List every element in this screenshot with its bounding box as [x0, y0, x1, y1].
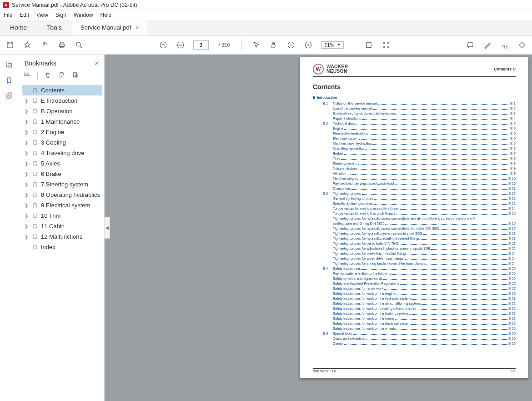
menu-view[interactable]: View: [36, 12, 48, 18]
toc-row: Tightening torques for hydraulic screw c…: [313, 226, 516, 231]
bookmark-label: 11 Cabin: [41, 223, 65, 230]
search-icon[interactable]: [75, 40, 84, 50]
bookmark-item[interactable]: ❯12 Malfunctions: [22, 231, 102, 242]
bookmarks-icon[interactable]: [5, 76, 13, 85]
bookmark-label: 3 Cooling: [41, 139, 66, 146]
bookmark-ribbon-icon: [32, 234, 38, 240]
bookmark-ribbon-icon: [32, 181, 38, 188]
window-titlebar: A Service Manual.pdf - Adobe Acrobat Pro…: [0, 0, 532, 10]
tab-tools[interactable]: Tools: [37, 20, 72, 35]
attachments-icon[interactable]: [5, 92, 13, 100]
menu-window[interactable]: Window: [74, 12, 93, 18]
page-total: / 350: [219, 42, 230, 48]
toc-row: DimensionsE-11: [313, 186, 516, 191]
app-icon: A: [3, 2, 9, 8]
toc-row: E.3Tightening torquesE-13: [313, 191, 516, 196]
bookmark-label: 2 Engine: [41, 129, 64, 135]
bookmark-item[interactable]: ❯3 Cooling: [22, 137, 102, 148]
bookmark-ribbon-icon: [32, 171, 38, 177]
toc-row: Torque values for metric coarse-pitch th…: [313, 206, 516, 211]
zoom-dropdown[interactable]: 71%▼: [321, 41, 344, 49]
tab-home[interactable]: Home: [0, 20, 37, 35]
close-tab-icon[interactable]: ×: [136, 25, 139, 31]
bookmark-item[interactable]: ❯4 Traveling drive: [22, 148, 102, 158]
bookmark-item[interactable]: ❯8 Operating hydraulics: [22, 190, 102, 200]
toc-row: Safety instructions for repair workE-27: [313, 286, 516, 291]
toc-row: Machine weightE-10: [313, 176, 516, 181]
zoom-out-icon[interactable]: [286, 40, 296, 50]
svg-point-6: [177, 42, 184, 48]
chevron-down-icon: ▼: [337, 43, 341, 47]
pointer-icon[interactable]: [252, 40, 261, 50]
bookmark-item[interactable]: ❯E Introduction: [22, 95, 102, 106]
tab-bar: Home Tools Service Manual.pdf ×: [0, 20, 532, 35]
bookmark-label: Contents: [41, 87, 65, 94]
bookmark-item[interactable]: ❯2 Engine: [22, 127, 102, 137]
bookmark-label: Index: [41, 244, 55, 251]
bookmark-item[interactable]: Contents: [22, 85, 102, 95]
menubar: File Edit View Sign Window Help: [0, 10, 532, 20]
bookmark-label: E Introduction: [41, 97, 77, 104]
bookmark-item[interactable]: ❯1 Maintenance: [22, 116, 102, 127]
find-bookmark-icon[interactable]: [71, 71, 79, 80]
bookmark-label: 7 Steering system: [41, 181, 88, 188]
thumbnails-icon[interactable]: [5, 61, 13, 69]
fit-width-icon[interactable]: [364, 40, 373, 50]
bookmark-label: B Operation: [41, 108, 72, 115]
new-bookmark-icon[interactable]: [58, 71, 65, 80]
tab-document-label: Service Manual.pdf: [80, 24, 131, 31]
menu-edit[interactable]: Edit: [20, 12, 29, 18]
page-number-input[interactable]: [193, 40, 209, 50]
menu-file[interactable]: File: [4, 12, 12, 18]
share-icon[interactable]: [40, 40, 49, 50]
toc-row: General tightening torquesE-13: [313, 196, 516, 201]
bookmark-item[interactable]: ❯11 Cabin: [22, 221, 102, 231]
svg-rect-2: [60, 42, 63, 44]
menu-help[interactable]: Help: [100, 12, 112, 18]
toc-row: E.5Special toolsE-36: [313, 331, 516, 336]
fit-page-icon[interactable]: [381, 40, 391, 50]
bookmark-item[interactable]: ❯5 Axles: [22, 158, 102, 169]
bookmark-item[interactable]: ❯6 Brake: [22, 169, 102, 179]
pdf-page: W WACKERNEUSON Contents C Contents E Int…: [300, 57, 528, 378]
hand-icon[interactable]: [269, 40, 278, 50]
document-canvas[interactable]: ◀ W WACKERNEUSON Contents C Contents E I…: [105, 55, 532, 401]
highlight-icon[interactable]: [483, 40, 492, 50]
toc-row: Payload/load-carrying capacity/axle load…: [313, 181, 516, 186]
zoom-in-icon[interactable]: [304, 40, 313, 50]
star-icon[interactable]: [23, 40, 32, 50]
comment-icon[interactable]: [466, 40, 475, 50]
toc-row: Safety instructions for work on the brak…: [313, 311, 516, 316]
bookmark-label: 10 Trim: [41, 212, 60, 219]
close-panel-icon[interactable]: ×: [95, 59, 99, 67]
bookmark-item[interactable]: ❯B Operation: [22, 106, 102, 116]
page-down-icon[interactable]: [176, 40, 185, 50]
brand-logo: W WACKERNEUSON: [313, 64, 348, 75]
toc-row: Repair instructionsE-4: [313, 116, 516, 121]
bookmark-ribbon-icon: [32, 244, 38, 251]
toolbar: / 350 71%▼: [0, 35, 532, 55]
toc-row: Claws and extractorsE-36: [313, 336, 516, 341]
toc-row: Safety instructions for work on the engi…: [313, 291, 516, 296]
svg-rect-11: [6, 62, 10, 67]
page-up-icon[interactable]: [159, 40, 168, 50]
bookmark-item[interactable]: ❯7 Steering system: [22, 179, 102, 190]
tab-document[interactable]: Service Manual.pdf ×: [72, 20, 147, 35]
bookmark-item[interactable]: ❯10 Trim: [22, 211, 102, 221]
collapse-sidebar-handle[interactable]: ◀: [105, 217, 110, 239]
print-icon[interactable]: [57, 40, 66, 50]
svg-point-5: [160, 42, 166, 48]
sign-icon[interactable]: [500, 40, 509, 50]
bookmark-item[interactable]: ❯9 Electrical system: [22, 200, 102, 211]
toc-row: Tightening torques for hydraulic system …: [313, 231, 516, 236]
menu-sign[interactable]: Sign: [55, 12, 66, 18]
delete-bookmark-icon[interactable]: [44, 71, 51, 80]
toc-row: Safety symbols and signal wordsE-25: [313, 276, 516, 281]
save-icon[interactable]: [5, 40, 15, 50]
bookmark-label: 6 Brake: [41, 170, 61, 177]
toc-row: Safety instructions for work on travelin…: [313, 306, 516, 311]
footer-left: SHB WL32 * 1.0: [313, 370, 336, 373]
options-icon[interactable]: [24, 71, 31, 80]
bookmark-item[interactable]: Index: [22, 242, 102, 252]
more-tools-icon[interactable]: [517, 40, 527, 50]
